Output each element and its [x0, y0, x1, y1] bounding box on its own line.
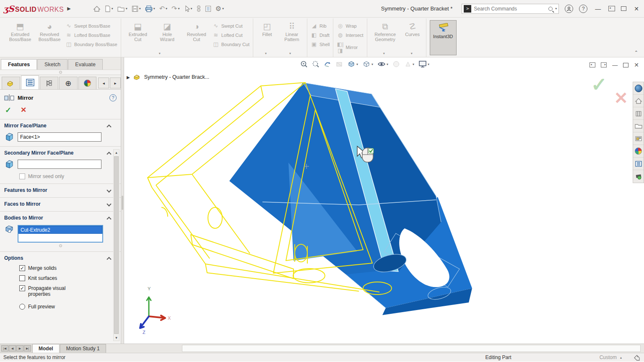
revolved-cut-button[interactable]: ◑Revolved Cut: [183, 20, 210, 42]
units-selector[interactable]: Custom▴: [600, 354, 622, 360]
rebuild-button[interactable]: [195, 4, 202, 13]
split-pane-right-button[interactable]: [601, 62, 607, 67]
section-view-button[interactable]: [335, 60, 343, 68]
boundary-boss-base-button[interactable]: ◫Boundary Boss/Base: [65, 41, 117, 47]
linear-pattern-button[interactable]: ⠿Linear Pattern: [280, 20, 304, 42]
print-button[interactable]: ▾: [144, 5, 156, 13]
collapse-panes-button[interactable]: [608, 6, 615, 11]
intersect-button[interactable]: ◍Intersect: [337, 32, 363, 38]
solidworks-resources-icon[interactable]: [633, 95, 644, 107]
prev-tab-button[interactable]: ◀: [9, 345, 16, 352]
collapse-chevron[interactable]: [106, 217, 111, 221]
solidworks-forum-icon[interactable]: [633, 170, 644, 183]
pm-ok-button[interactable]: ✓: [5, 106, 11, 115]
scroll-up-arrow[interactable]: ▴: [114, 150, 119, 155]
mirror-face-input[interactable]: Face<1>: [18, 132, 101, 142]
confirmation-corner-cancel[interactable]: ✕: [614, 88, 628, 108]
secondary-mirror-face-input[interactable]: [18, 160, 101, 169]
hole-wizard-button[interactable]: ◪Hole Wizard: [154, 20, 181, 42]
hide-show-items-button[interactable]: ▾: [377, 61, 388, 67]
scroll-down-arrow[interactable]: ▾: [114, 335, 119, 341]
hole-wizard-dropdown-arrow[interactable]: ▾: [159, 52, 161, 55]
mirror-button[interactable]: ◧|◨Mirror: [337, 41, 363, 54]
confirmation-corner-ok[interactable]: ✓: [591, 73, 607, 96]
curves-dropdown-arrow[interactable]: ▾: [411, 52, 413, 55]
undo-button[interactable]: ↶▾: [158, 4, 169, 13]
pm-tab-scroll-right[interactable]: ▸: [110, 78, 121, 88]
3d-content-central-icon[interactable]: [633, 82, 644, 95]
pm-scrollbar[interactable]: ▴ ▾: [113, 149, 119, 341]
draft-button[interactable]: ◧Draft: [311, 32, 330, 38]
search-commands-box[interactable]: > ▾: [462, 4, 559, 14]
breadcrumb[interactable]: ▶ Symmetry - Quarter Brack...: [127, 74, 209, 80]
search-commands-input[interactable]: [474, 6, 546, 12]
close-button[interactable]: ✕: [632, 5, 641, 12]
pm-help-icon[interactable]: ?: [109, 94, 117, 101]
collapse-chevron[interactable]: [106, 257, 111, 261]
instant3d-button[interactable]: Instant3D: [430, 20, 457, 55]
search-dropdown-arrow[interactable]: ▾: [555, 7, 557, 10]
pm-cancel-button[interactable]: ✕: [21, 106, 26, 115]
merge-solids-checkbox[interactable]: ✓: [19, 265, 25, 271]
lofted-boss-base-button[interactable]: ≋Lofted Boss/Base: [65, 32, 117, 38]
bodies-to-mirror-list[interactable]: Cut-Extrude2: [18, 225, 103, 243]
expand-chevron[interactable]: [106, 188, 111, 192]
next-tab-button[interactable]: ▶: [16, 345, 23, 352]
custom-properties-icon[interactable]: [633, 158, 644, 170]
expand-chevron[interactable]: [106, 202, 111, 206]
tab-features[interactable]: Features: [1, 59, 37, 70]
doc-restore-button[interactable]: [623, 63, 628, 67]
view-orientation-button[interactable]: ▾: [347, 60, 358, 68]
first-tab-button[interactable]: |◀: [1, 345, 8, 352]
knit-surfaces-checkbox[interactable]: [19, 275, 25, 281]
reference-geometry-dropdown-arrow[interactable]: ▾: [383, 52, 385, 55]
home-button[interactable]: [92, 5, 102, 13]
search-icon[interactable]: [548, 7, 553, 11]
redo-button[interactable]: ↷▾: [170, 4, 181, 13]
swept-cut-button[interactable]: ∿Swept Cut: [213, 23, 249, 29]
fillet-dropdown-arrow[interactable]: ▾: [265, 52, 267, 55]
extruded-boss-base-button[interactable]: ⬒Extruded Boss/Base: [7, 20, 34, 42]
minimize-button[interactable]: —: [593, 5, 602, 12]
select-cursor-button[interactable]: ▾: [183, 5, 194, 13]
rib-button[interactable]: ◢Rib: [311, 23, 330, 29]
tab-evaluate[interactable]: Evaluate: [68, 59, 103, 70]
tag-icon[interactable]: [634, 354, 641, 361]
fillet-button[interactable]: ◰Fillet: [257, 20, 278, 37]
ribbon-collapse-chevron[interactable]: ⌃: [634, 50, 638, 55]
wrap-button[interactable]: ◎Wrap: [337, 23, 363, 29]
apply-scene-button[interactable]: ▾: [404, 60, 414, 68]
zoom-to-fit-button[interactable]: [300, 60, 308, 68]
extruded-cut-button[interactable]: ⬓Extruded Cut: [125, 20, 151, 42]
configuration-manager-tab[interactable]: [40, 77, 58, 89]
panel-horizontal-splitter[interactable]: [0, 70, 121, 75]
full-preview-radio[interactable]: [19, 304, 25, 310]
view-settings-button[interactable]: ▾: [418, 60, 429, 68]
flyout-tree-arrow[interactable]: ▶: [127, 75, 130, 80]
reference-geometry-button[interactable]: ⧉Reference Geometry: [371, 20, 400, 42]
panel-viewport-splitter[interactable]: [121, 57, 124, 344]
motion-study-tab[interactable]: Motion Study 1: [60, 344, 106, 353]
propagate-visual-properties-checkbox[interactable]: ✓: [19, 285, 25, 291]
zoom-to-area-button[interactable]: [312, 60, 319, 68]
scroll-thumb[interactable]: [114, 156, 119, 334]
dimxpert-manager-tab[interactable]: ⊕: [59, 77, 78, 89]
list-item-empty[interactable]: [18, 234, 102, 242]
appearances-scenes-icon[interactable]: [633, 145, 644, 158]
lofted-cut-button[interactable]: ≋Lofted Cut: [213, 32, 249, 38]
curves-button[interactable]: ☡Curves: [402, 20, 423, 37]
collapse-chevron[interactable]: [106, 152, 111, 156]
file-explorer-icon[interactable]: [633, 120, 644, 132]
tab-sketch[interactable]: Sketch: [37, 59, 68, 70]
open-document-button[interactable]: ▾: [116, 5, 129, 13]
graphics-viewport[interactable]: Y X Z ▾ ▾ ▾ ▾ ▾ — ✕: [124, 57, 644, 344]
user-account-icon[interactable]: [565, 5, 573, 13]
pm-tab-scroll-left[interactable]: ◂: [98, 78, 109, 88]
list-item[interactable]: Cut-Extrude2: [18, 226, 102, 234]
menu-flyout-arrow[interactable]: ▶: [67, 6, 70, 11]
last-tab-button[interactable]: ▶|: [24, 345, 31, 352]
display-manager-tab[interactable]: [78, 77, 97, 89]
doc-close-button[interactable]: ✕: [634, 62, 639, 68]
model-3d[interactable]: Y X Z: [124, 57, 644, 344]
edit-appearance-button[interactable]: [392, 60, 400, 68]
